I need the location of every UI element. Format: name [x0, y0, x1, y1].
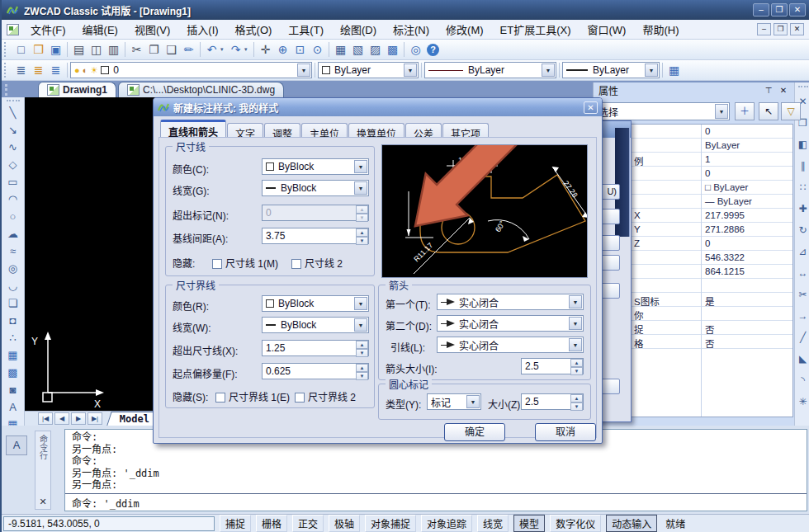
scale-icon[interactable]: ⊿: [796, 241, 809, 262]
menu-et-tools[interactable]: ET扩展工具(X): [492, 19, 580, 40]
properties-palette-icon[interactable]: ▦: [332, 41, 349, 58]
toggle-snap[interactable]: 捕捉: [220, 515, 251, 532]
select-objects-button[interactable]: ↖: [759, 102, 778, 120]
close-icon[interactable]: ✕: [584, 101, 598, 114]
make-block-icon[interactable]: ◘: [4, 312, 21, 329]
cancel-button[interactable]: 取消: [535, 423, 596, 441]
menu-draw[interactable]: 绘图(D): [332, 19, 385, 40]
chevron-down-icon[interactable]: ▼: [569, 338, 582, 351]
paste-icon[interactable]: ❑: [163, 41, 180, 58]
copy-icon[interactable]: ❐: [145, 41, 163, 58]
second-arrowhead-combo[interactable]: 实心闭合 ▼: [437, 315, 584, 332]
extend-icon[interactable]: →: [796, 305, 809, 327]
ext-line-color-combo[interactable]: ByBlock ▼: [262, 295, 369, 312]
toggle-otrack[interactable]: 对象追踪: [421, 515, 472, 532]
spinner[interactable]: ▲▼: [356, 205, 368, 220]
chevron-down-icon[interactable]: ▼: [354, 297, 367, 310]
spinner[interactable]: ▲▼: [356, 341, 368, 355]
region-icon[interactable]: ◙: [4, 381, 21, 398]
first-arrowhead-combo[interactable]: 实心闭合 ▼: [437, 294, 584, 310]
circle-icon[interactable]: ○: [4, 208, 21, 225]
point-icon[interactable]: ∴: [4, 329, 21, 346]
dim-line-lineweight-combo[interactable]: ByBlock ▼: [262, 180, 369, 196]
leader-arrowhead-combo[interactable]: 实心闭合 ▼: [437, 337, 584, 353]
text-icon[interactable]: A: [4, 398, 21, 416]
toggle-lineweight[interactable]: 线宽: [477, 515, 509, 532]
break-icon[interactable]: ╱: [796, 327, 809, 348]
quick-calculator-icon[interactable]: ▦: [665, 62, 683, 78]
format-painter-icon[interactable]: ✏: [180, 41, 197, 58]
minimize-button[interactable]: –: [753, 3, 769, 16]
pin-icon[interactable]: ⊤: [763, 86, 774, 95]
close-icon[interactable]: ✕: [39, 497, 46, 509]
spinner[interactable]: ▲▼: [356, 364, 368, 379]
toggle-dynamic-input[interactable]: 动态输入: [606, 515, 657, 532]
menu-window[interactable]: 窗口(W): [580, 19, 635, 40]
save-icon[interactable]: ▣: [47, 41, 64, 58]
undo-icon[interactable]: ↶: [203, 41, 220, 58]
quick-select-button[interactable]: ＋: [735, 102, 755, 120]
line-icon[interactable]: ╲: [4, 104, 21, 121]
layer-states-icon[interactable]: ≣: [30, 62, 47, 78]
lineweight-combo[interactable]: ByLayer ▼: [562, 62, 660, 78]
ok-button[interactable]: 确定: [444, 423, 505, 441]
construction-line-icon[interactable]: ↘: [4, 121, 21, 139]
toolbar-grip[interactable]: [4, 42, 10, 57]
chevron-down-icon[interactable]: ▼: [354, 318, 367, 332]
text-style-icon[interactable]: A: [6, 435, 27, 455]
center-mark-size-field[interactable]: 2.5 ▲▼: [521, 393, 584, 410]
zoom-realtime-icon[interactable]: ⊕: [274, 41, 291, 58]
spinner[interactable]: ▲▼: [570, 359, 583, 374]
color-combo[interactable]: ByLayer ▼: [318, 62, 419, 78]
ellipse-arc-icon[interactable]: ◡: [4, 277, 21, 294]
spline-icon[interactable]: ≈: [4, 242, 21, 260]
menu-dimension[interactable]: 标注(N): [385, 19, 438, 40]
rectangle-icon[interactable]: ▭: [4, 173, 21, 191]
redo-icon[interactable]: ↷: [227, 41, 244, 58]
pan-icon[interactable]: ✛: [257, 41, 274, 58]
array-icon[interactable]: ∷: [796, 177, 809, 198]
design-center-icon[interactable]: ▧: [349, 41, 367, 58]
offset-icon[interactable]: ∥: [796, 155, 809, 177]
next-layout-button[interactable]: ▶: [71, 412, 86, 425]
toggle-grid[interactable]: 栅格: [256, 515, 287, 532]
suppress-ext-line-2-checkbox[interactable]: 尺寸界线 2: [295, 389, 356, 403]
open-icon[interactable]: ❒: [30, 41, 47, 58]
help-icon[interactable]: ?: [427, 44, 439, 56]
offset-from-origin-field[interactable]: 0.625 ▲▼: [262, 363, 369, 379]
hatch-icon[interactable]: ▦: [4, 346, 21, 364]
restore-button[interactable]: ❐: [771, 3, 788, 16]
tab-drawing1[interactable]: Drawing1: [38, 82, 116, 97]
calculator-palette-icon[interactable]: ▩: [384, 41, 401, 58]
document-icon[interactable]: [7, 24, 19, 35]
spinner[interactable]: ▲▼: [356, 228, 368, 243]
chamfer-icon[interactable]: ◣: [796, 348, 809, 370]
toolbar-grip[interactable]: [4, 63, 10, 78]
menu-edit[interactable]: 编辑(E): [74, 19, 126, 40]
chevron-down-icon[interactable]: ▼: [715, 104, 728, 119]
tabbar-grip[interactable]: [5, 84, 35, 96]
close-button[interactable]: ✕: [789, 3, 806, 16]
toggle-osnap[interactable]: 对象捕捉: [365, 515, 416, 532]
menu-help[interactable]: 帮助(H): [634, 19, 687, 40]
chevron-down-icon[interactable]: ▼: [569, 317, 582, 330]
layer-manager-icon[interactable]: ≣: [12, 62, 30, 78]
checkbox[interactable]: [215, 393, 225, 403]
toggle-digitizer[interactable]: 数字化仪: [550, 515, 601, 532]
command-input[interactable]: 命令: '_ddim: [65, 493, 807, 511]
explode-icon[interactable]: ✳: [796, 391, 809, 412]
toggle-model[interactable]: 模型: [513, 515, 545, 532]
center-mark-type-combo[interactable]: 标记 ▼: [427, 393, 481, 410]
checkbox[interactable]: [291, 259, 301, 269]
menu-format[interactable]: 格式(O): [227, 19, 281, 40]
chevron-down-icon[interactable]: ▼: [569, 295, 582, 308]
chevron-down-icon[interactable]: ▼: [354, 160, 367, 173]
ellipse-icon[interactable]: ◎: [4, 260, 21, 277]
rotate-icon[interactable]: ↻: [796, 219, 809, 241]
ext-line-lineweight-combo[interactable]: ByBlock ▼: [262, 317, 369, 333]
spinner[interactable]: ▲▼: [570, 394, 583, 409]
suppress-dim-line-1-checkbox[interactable]: 尺寸线 1(M): [212, 256, 278, 270]
checkbox[interactable]: [212, 259, 222, 269]
chevron-down-icon[interactable]: ▼: [354, 181, 367, 195]
print-preview-icon[interactable]: ◫: [88, 41, 105, 58]
